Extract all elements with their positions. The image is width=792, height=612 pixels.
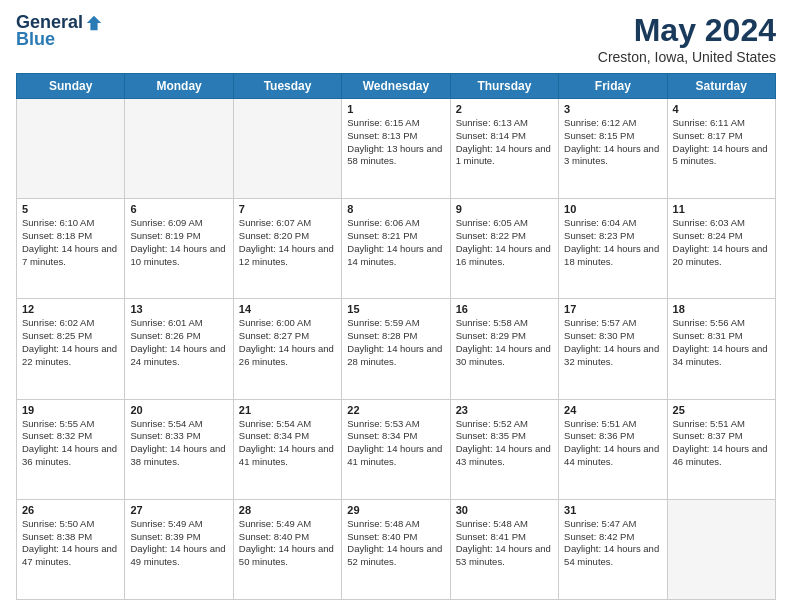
calendar-cell: [233, 99, 341, 199]
calendar-cell: 10Sunrise: 6:04 AMSunset: 8:23 PMDayligh…: [559, 199, 667, 299]
cell-info: Sunrise: 5:55 AMSunset: 8:32 PMDaylight:…: [22, 418, 119, 469]
cell-info: Sunrise: 5:52 AMSunset: 8:35 PMDaylight:…: [456, 418, 553, 469]
cell-info: Sunrise: 5:49 AMSunset: 8:39 PMDaylight:…: [130, 518, 227, 569]
day-number: 1: [347, 103, 444, 115]
cell-info: Sunrise: 5:54 AMSunset: 8:34 PMDaylight:…: [239, 418, 336, 469]
day-number: 20: [130, 404, 227, 416]
calendar-cell: 11Sunrise: 6:03 AMSunset: 8:24 PMDayligh…: [667, 199, 775, 299]
calendar-cell: 17Sunrise: 5:57 AMSunset: 8:30 PMDayligh…: [559, 299, 667, 399]
day-number: 29: [347, 504, 444, 516]
day-number: 6: [130, 203, 227, 215]
day-number: 12: [22, 303, 119, 315]
week-row-1: 5Sunrise: 6:10 AMSunset: 8:18 PMDaylight…: [17, 199, 776, 299]
title-section: May 2024 Creston, Iowa, United States: [598, 12, 776, 65]
page: General Blue May 2024 Creston, Iowa, Uni…: [0, 0, 792, 612]
cell-info: Sunrise: 5:54 AMSunset: 8:33 PMDaylight:…: [130, 418, 227, 469]
day-number: 30: [456, 504, 553, 516]
calendar-cell: 1Sunrise: 6:15 AMSunset: 8:13 PMDaylight…: [342, 99, 450, 199]
calendar-cell: 8Sunrise: 6:06 AMSunset: 8:21 PMDaylight…: [342, 199, 450, 299]
week-row-3: 19Sunrise: 5:55 AMSunset: 8:32 PMDayligh…: [17, 399, 776, 499]
day-number: 17: [564, 303, 661, 315]
cell-info: Sunrise: 6:12 AMSunset: 8:15 PMDaylight:…: [564, 117, 661, 168]
calendar-cell: 19Sunrise: 5:55 AMSunset: 8:32 PMDayligh…: [17, 399, 125, 499]
calendar-cell: [17, 99, 125, 199]
calendar-cell: 31Sunrise: 5:47 AMSunset: 8:42 PMDayligh…: [559, 499, 667, 599]
cell-info: Sunrise: 6:05 AMSunset: 8:22 PMDaylight:…: [456, 217, 553, 268]
logo: General Blue: [16, 12, 103, 50]
calendar-cell: 6Sunrise: 6:09 AMSunset: 8:19 PMDaylight…: [125, 199, 233, 299]
cell-info: Sunrise: 5:59 AMSunset: 8:28 PMDaylight:…: [347, 317, 444, 368]
cell-info: Sunrise: 5:47 AMSunset: 8:42 PMDaylight:…: [564, 518, 661, 569]
calendar-cell: 9Sunrise: 6:05 AMSunset: 8:22 PMDaylight…: [450, 199, 558, 299]
svg-marker-0: [87, 15, 101, 29]
col-header-monday: Monday: [125, 74, 233, 99]
day-number: 31: [564, 504, 661, 516]
day-number: 3: [564, 103, 661, 115]
calendar-cell: 5Sunrise: 6:10 AMSunset: 8:18 PMDaylight…: [17, 199, 125, 299]
cell-info: Sunrise: 6:03 AMSunset: 8:24 PMDaylight:…: [673, 217, 770, 268]
day-number: 15: [347, 303, 444, 315]
calendar-cell: 18Sunrise: 5:56 AMSunset: 8:31 PMDayligh…: [667, 299, 775, 399]
col-header-thursday: Thursday: [450, 74, 558, 99]
day-number: 28: [239, 504, 336, 516]
day-number: 11: [673, 203, 770, 215]
cell-info: Sunrise: 5:58 AMSunset: 8:29 PMDaylight:…: [456, 317, 553, 368]
cell-info: Sunrise: 6:04 AMSunset: 8:23 PMDaylight:…: [564, 217, 661, 268]
cell-info: Sunrise: 5:48 AMSunset: 8:41 PMDaylight:…: [456, 518, 553, 569]
cell-info: Sunrise: 6:09 AMSunset: 8:19 PMDaylight:…: [130, 217, 227, 268]
day-number: 19: [22, 404, 119, 416]
calendar-cell: 14Sunrise: 6:00 AMSunset: 8:27 PMDayligh…: [233, 299, 341, 399]
calendar-cell: 12Sunrise: 6:02 AMSunset: 8:25 PMDayligh…: [17, 299, 125, 399]
cell-info: Sunrise: 6:15 AMSunset: 8:13 PMDaylight:…: [347, 117, 444, 168]
day-number: 26: [22, 504, 119, 516]
calendar-cell: 7Sunrise: 6:07 AMSunset: 8:20 PMDaylight…: [233, 199, 341, 299]
logo-icon: [85, 14, 103, 32]
calendar-cell: 16Sunrise: 5:58 AMSunset: 8:29 PMDayligh…: [450, 299, 558, 399]
cell-info: Sunrise: 6:07 AMSunset: 8:20 PMDaylight:…: [239, 217, 336, 268]
day-number: 21: [239, 404, 336, 416]
day-number: 14: [239, 303, 336, 315]
cell-info: Sunrise: 5:51 AMSunset: 8:37 PMDaylight:…: [673, 418, 770, 469]
col-header-friday: Friday: [559, 74, 667, 99]
col-header-saturday: Saturday: [667, 74, 775, 99]
cell-info: Sunrise: 5:50 AMSunset: 8:38 PMDaylight:…: [22, 518, 119, 569]
col-header-wednesday: Wednesday: [342, 74, 450, 99]
calendar-cell: 4Sunrise: 6:11 AMSunset: 8:17 PMDaylight…: [667, 99, 775, 199]
col-header-sunday: Sunday: [17, 74, 125, 99]
calendar-cell: 24Sunrise: 5:51 AMSunset: 8:36 PMDayligh…: [559, 399, 667, 499]
cell-info: Sunrise: 6:02 AMSunset: 8:25 PMDaylight:…: [22, 317, 119, 368]
cell-info: Sunrise: 5:51 AMSunset: 8:36 PMDaylight:…: [564, 418, 661, 469]
day-number: 23: [456, 404, 553, 416]
calendar-header-row: SundayMondayTuesdayWednesdayThursdayFrid…: [17, 74, 776, 99]
cell-info: Sunrise: 6:00 AMSunset: 8:27 PMDaylight:…: [239, 317, 336, 368]
cell-info: Sunrise: 5:53 AMSunset: 8:34 PMDaylight:…: [347, 418, 444, 469]
col-header-tuesday: Tuesday: [233, 74, 341, 99]
week-row-2: 12Sunrise: 6:02 AMSunset: 8:25 PMDayligh…: [17, 299, 776, 399]
week-row-0: 1Sunrise: 6:15 AMSunset: 8:13 PMDaylight…: [17, 99, 776, 199]
logo-blue: Blue: [16, 29, 55, 50]
location: Creston, Iowa, United States: [598, 49, 776, 65]
cell-info: Sunrise: 6:10 AMSunset: 8:18 PMDaylight:…: [22, 217, 119, 268]
week-row-4: 26Sunrise: 5:50 AMSunset: 8:38 PMDayligh…: [17, 499, 776, 599]
calendar-cell: 29Sunrise: 5:48 AMSunset: 8:40 PMDayligh…: [342, 499, 450, 599]
calendar-cell: 23Sunrise: 5:52 AMSunset: 8:35 PMDayligh…: [450, 399, 558, 499]
day-number: 24: [564, 404, 661, 416]
calendar-cell: [667, 499, 775, 599]
day-number: 9: [456, 203, 553, 215]
cell-info: Sunrise: 6:11 AMSunset: 8:17 PMDaylight:…: [673, 117, 770, 168]
cell-info: Sunrise: 5:48 AMSunset: 8:40 PMDaylight:…: [347, 518, 444, 569]
day-number: 2: [456, 103, 553, 115]
cell-info: Sunrise: 6:06 AMSunset: 8:21 PMDaylight:…: [347, 217, 444, 268]
calendar-cell: 20Sunrise: 5:54 AMSunset: 8:33 PMDayligh…: [125, 399, 233, 499]
calendar-cell: 15Sunrise: 5:59 AMSunset: 8:28 PMDayligh…: [342, 299, 450, 399]
calendar-cell: 26Sunrise: 5:50 AMSunset: 8:38 PMDayligh…: [17, 499, 125, 599]
cell-info: Sunrise: 5:49 AMSunset: 8:40 PMDaylight:…: [239, 518, 336, 569]
day-number: 5: [22, 203, 119, 215]
day-number: 27: [130, 504, 227, 516]
calendar-cell: 25Sunrise: 5:51 AMSunset: 8:37 PMDayligh…: [667, 399, 775, 499]
day-number: 13: [130, 303, 227, 315]
month-title: May 2024: [598, 12, 776, 49]
header: General Blue May 2024 Creston, Iowa, Uni…: [16, 12, 776, 65]
calendar: SundayMondayTuesdayWednesdayThursdayFrid…: [16, 73, 776, 600]
calendar-cell: 3Sunrise: 6:12 AMSunset: 8:15 PMDaylight…: [559, 99, 667, 199]
